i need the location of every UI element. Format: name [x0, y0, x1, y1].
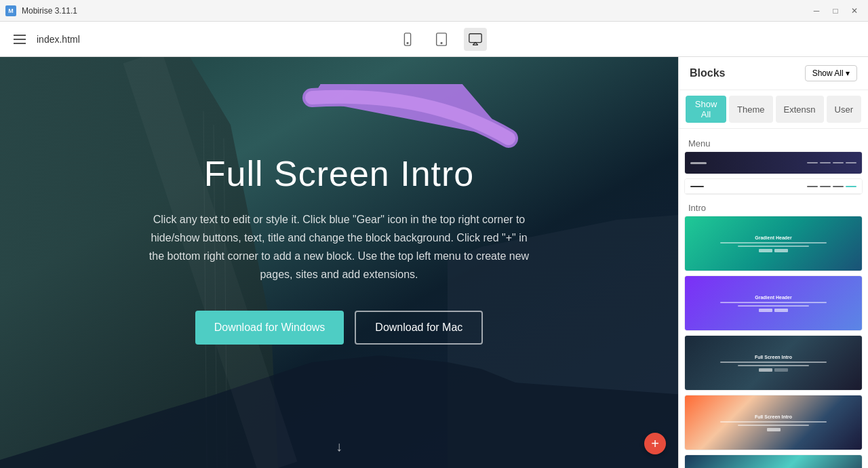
- maximize-button[interactable]: □: [827, 4, 844, 18]
- tab-user[interactable]: User: [827, 96, 861, 123]
- title-bar-left: M Mobirise 3.11.1: [5, 5, 77, 16]
- close-button[interactable]: ✕: [846, 4, 863, 18]
- sidebar-tabs: Show All Theme Extensn User: [679, 90, 868, 129]
- cta-buttons: Download for Windows Download for Mac: [142, 311, 536, 345]
- desktop-view-button[interactable]: [464, 28, 487, 51]
- menu-section-label: Menu: [684, 134, 863, 151]
- block-intro-gradient-teal[interactable]: Gradient Header: [684, 216, 863, 271]
- blocks-sidebar: Blocks Show All ▾ Show All Theme Extensn…: [678, 57, 868, 468]
- download-windows-button[interactable]: Download for Windows: [195, 311, 344, 345]
- sidebar-title: Blocks: [690, 67, 725, 79]
- download-mac-button[interactable]: Download for Mac: [355, 311, 483, 345]
- toolbar: index.html: [0, 22, 868, 57]
- tab-extensn[interactable]: Extensn: [776, 96, 824, 123]
- block-intro-building[interactable]: Full Screen Intro: [684, 335, 863, 391]
- intro-section-label: Intro: [684, 199, 863, 216]
- title-bar: M Mobirise 3.11.1 ─ □ ✕: [0, 0, 868, 22]
- canvas-area: Full Screen Intro Click any text to edit…: [0, 57, 678, 468]
- show-all-dropdown-button[interactable]: Show All ▾: [805, 65, 857, 81]
- sidebar-header: Blocks Show All ▾: [679, 57, 868, 90]
- block-menu-light[interactable]: [684, 178, 863, 195]
- block-intro-sunset[interactable]: Full Screen Intro: [684, 395, 863, 450]
- block-intro-media[interactable]: Intro with Media ✓: [684, 454, 863, 468]
- canvas-content: Full Screen Intro Click any text to edit…: [115, 126, 563, 399]
- main-layout: Full Screen Intro Click any text to edit…: [0, 57, 868, 468]
- canvas-background: Full Screen Intro Click any text to edit…: [0, 57, 678, 468]
- svg-point-3: [441, 42, 442, 43]
- mobile-view-button[interactable]: [396, 28, 419, 51]
- block-intro-gradient-purple[interactable]: Gradient Header: [684, 275, 863, 331]
- app-icon: M: [5, 5, 16, 16]
- menu-button[interactable]: [11, 32, 28, 47]
- app-title: Mobirise 3.11.1: [22, 6, 77, 16]
- svg-point-1: [407, 42, 408, 43]
- page-description: Click any text to edit or style it. Clic…: [142, 210, 536, 284]
- toolbar-left: index.html: [11, 32, 80, 47]
- tab-theme[interactable]: Theme: [729, 96, 772, 123]
- window-controls: ─ □ ✕: [808, 4, 863, 18]
- filename-label: index.html: [37, 34, 80, 45]
- device-switcher: [396, 28, 487, 51]
- minimize-button[interactable]: ─: [808, 4, 825, 18]
- sidebar-content: Menu: [679, 129, 868, 468]
- scroll-indicator: ↓: [336, 439, 342, 454]
- tablet-view-button[interactable]: [430, 28, 453, 51]
- block-menu-dark[interactable]: [684, 151, 863, 174]
- tab-show-all[interactable]: Show All: [686, 96, 726, 123]
- add-block-button[interactable]: +: [644, 433, 666, 454]
- svg-rect-4: [469, 33, 481, 42]
- page-title: Full Screen Intro: [142, 153, 536, 194]
